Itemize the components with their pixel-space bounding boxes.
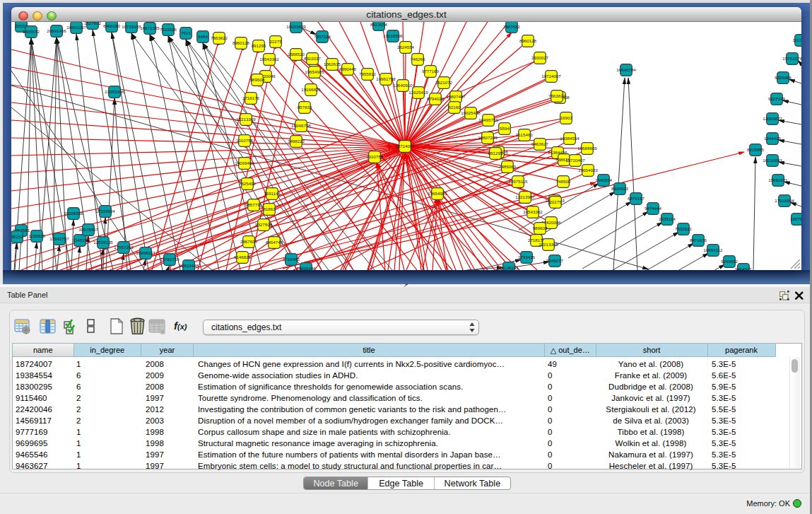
svg-text:7515526: 7515526 bbox=[160, 27, 177, 32]
svg-text:9474444: 9474444 bbox=[645, 206, 662, 211]
svg-text:12213967: 12213967 bbox=[515, 194, 535, 199]
svg-text:10025438: 10025438 bbox=[461, 110, 481, 115]
svg-text:62160: 62160 bbox=[448, 105, 461, 110]
svg-text:16210643: 16210643 bbox=[763, 158, 782, 163]
svg-text:39152: 39152 bbox=[11, 234, 23, 239]
svg-text:891295: 891295 bbox=[488, 151, 503, 156]
svg-text:2930027: 2930027 bbox=[531, 55, 549, 60]
svg-text:1621072: 1621072 bbox=[435, 80, 453, 85]
svg-text:19166825: 19166825 bbox=[301, 87, 321, 92]
svg-text:10654112: 10654112 bbox=[703, 247, 723, 252]
svg-text:15720407: 15720407 bbox=[565, 158, 585, 163]
svg-text:16543362: 16543362 bbox=[259, 57, 279, 62]
svg-text:12505135: 12505135 bbox=[93, 240, 113, 245]
svg-text:1156829: 1156829 bbox=[28, 233, 45, 238]
svg-text:9245077: 9245077 bbox=[546, 258, 564, 263]
svg-text:1405572: 1405572 bbox=[23, 29, 40, 34]
svg-text:3498222: 3498222 bbox=[288, 139, 305, 144]
svg-text:19654985: 19654985 bbox=[428, 191, 447, 196]
svg-text:989608: 989608 bbox=[533, 226, 548, 230]
svg-text:8960128: 8960128 bbox=[233, 40, 250, 45]
svg-text:1640954: 1640954 bbox=[595, 177, 613, 182]
svg-text:12213369: 12213369 bbox=[236, 117, 256, 122]
svg-text:12325419: 12325419 bbox=[408, 90, 428, 95]
svg-text:114519: 114519 bbox=[73, 238, 88, 243]
svg-text:14605346: 14605346 bbox=[296, 266, 316, 270]
svg-text:12942757: 12942757 bbox=[49, 236, 69, 241]
svg-text:1010755: 1010755 bbox=[366, 154, 384, 159]
svg-text:6466160: 6466160 bbox=[103, 23, 121, 28]
svg-text:748500: 748500 bbox=[556, 179, 571, 184]
svg-text:16903: 16903 bbox=[560, 115, 572, 120]
svg-text:10961758: 10961758 bbox=[376, 76, 396, 81]
svg-text:17359924: 17359924 bbox=[95, 209, 115, 214]
svg-text:1716485: 1716485 bbox=[283, 257, 300, 262]
svg-text:6879197: 6879197 bbox=[628, 196, 645, 201]
svg-text:8471676: 8471676 bbox=[690, 238, 707, 243]
svg-text:81863: 81863 bbox=[263, 206, 276, 211]
svg-text:8960128: 8960128 bbox=[519, 38, 537, 43]
svg-text:8990448: 8990448 bbox=[339, 66, 357, 71]
svg-text:16782759: 16782759 bbox=[160, 257, 180, 262]
svg-text:15692971: 15692971 bbox=[768, 177, 788, 182]
svg-text:21053346: 21053346 bbox=[105, 89, 124, 94]
svg-text:7357224: 7357224 bbox=[314, 34, 331, 39]
svg-text:10033809: 10033809 bbox=[286, 24, 306, 29]
svg-text:857833: 857833 bbox=[298, 105, 312, 110]
svg-text:8215955: 8215955 bbox=[747, 147, 765, 152]
svg-text:22275: 22275 bbox=[549, 199, 562, 204]
svg-text:12975115: 12975115 bbox=[508, 179, 528, 184]
svg-text:20206556: 20206556 bbox=[64, 211, 83, 216]
svg-text:2867608: 2867608 bbox=[240, 239, 258, 244]
svg-text:116753: 116753 bbox=[790, 216, 801, 221]
svg-text:8813054: 8813054 bbox=[370, 22, 388, 27]
svg-text:9245652: 9245652 bbox=[721, 259, 739, 264]
svg-text:10807487: 10807487 bbox=[446, 94, 466, 99]
svg-text:1112063: 1112063 bbox=[792, 37, 801, 42]
svg-text:2687682: 2687682 bbox=[503, 24, 521, 29]
svg-text:22275: 22275 bbox=[269, 39, 282, 44]
svg-text:18724007: 18724007 bbox=[395, 144, 415, 148]
svg-text:13640910: 13640910 bbox=[393, 83, 413, 88]
svg-text:15751074: 15751074 bbox=[782, 56, 801, 61]
svg-text:6794028: 6794028 bbox=[427, 96, 445, 101]
svg-text:8322037: 8322037 bbox=[304, 56, 322, 61]
svg-text:9329966: 9329966 bbox=[775, 75, 792, 80]
svg-text:7955812: 7955812 bbox=[359, 71, 377, 76]
svg-text:9594: 9594 bbox=[500, 126, 510, 131]
svg-text:9227349: 9227349 bbox=[768, 96, 786, 101]
svg-text:9146821: 9146821 bbox=[234, 255, 252, 259]
svg-text:9464: 9464 bbox=[198, 34, 208, 39]
svg-text:2718176: 2718176 bbox=[242, 95, 260, 100]
svg-text:16543362: 16543362 bbox=[523, 209, 543, 214]
svg-text:12213369: 12213369 bbox=[539, 242, 558, 247]
svg-text:19218506: 19218506 bbox=[383, 33, 403, 38]
svg-text:19384554: 19384554 bbox=[560, 136, 579, 141]
svg-text:7663822: 7663822 bbox=[211, 35, 228, 40]
svg-text:2935114: 2935114 bbox=[659, 216, 676, 221]
svg-text:891295: 891295 bbox=[252, 43, 266, 48]
svg-text:9857791: 9857791 bbox=[245, 202, 263, 207]
svg-text:1588520: 1588520 bbox=[288, 52, 305, 57]
svg-text:10719155: 10719155 bbox=[122, 24, 141, 29]
svg-text:12823448: 12823448 bbox=[179, 263, 199, 268]
svg-text:19654923: 19654923 bbox=[578, 168, 598, 173]
svg-text:10958107: 10958107 bbox=[136, 250, 155, 255]
svg-text:7616: 7616 bbox=[181, 30, 191, 35]
svg-text:7632621: 7632621 bbox=[675, 226, 693, 231]
svg-text:3624554: 3624554 bbox=[397, 45, 415, 49]
svg-text:9777169: 9777169 bbox=[422, 69, 440, 74]
svg-text:20991406: 20991406 bbox=[47, 28, 66, 33]
svg-text:9115460: 9115460 bbox=[516, 132, 533, 137]
svg-text:8454749: 8454749 bbox=[266, 240, 283, 245]
svg-text:7663822: 7663822 bbox=[548, 93, 566, 98]
svg-text:10688609: 10688609 bbox=[577, 146, 597, 151]
svg-text:1527602: 1527602 bbox=[84, 22, 102, 25]
svg-text:8938923: 8938923 bbox=[611, 186, 629, 191]
svg-text:1244415: 1244415 bbox=[764, 136, 782, 141]
svg-text:16671355: 16671355 bbox=[140, 25, 160, 30]
svg-text:1733426: 1733426 bbox=[518, 255, 536, 259]
svg-text:9464521: 9464521 bbox=[735, 267, 753, 270]
svg-text:7625402: 7625402 bbox=[239, 181, 257, 186]
svg-text:1010755: 1010755 bbox=[236, 138, 254, 143]
